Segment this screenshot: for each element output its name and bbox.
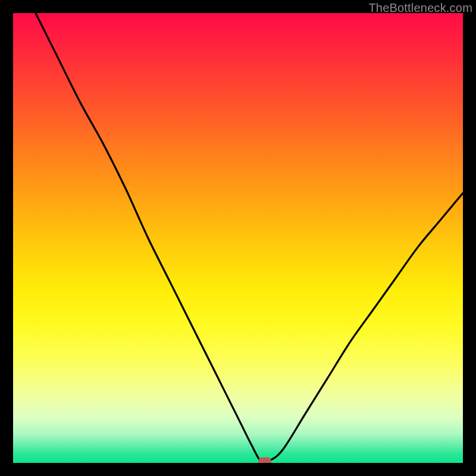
bottleneck-curve	[13, 13, 463, 463]
chart-frame: TheBottleneck.com	[0, 0, 476, 476]
watermark-label: TheBottleneck.com	[368, 1, 472, 15]
optimum-marker	[258, 457, 271, 463]
plot-area	[13, 13, 463, 463]
